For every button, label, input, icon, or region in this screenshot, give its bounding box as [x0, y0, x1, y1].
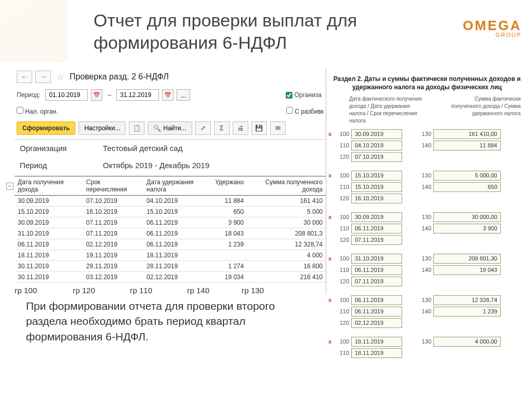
code-value-box[interactable]: 16.10.2019: [351, 194, 402, 203]
code-number: 140: [418, 142, 431, 148]
delete-icon[interactable]: x: [328, 338, 334, 345]
delete-icon[interactable]: x: [328, 172, 334, 179]
delete-icon[interactable]: x: [328, 214, 334, 220]
code-value-box[interactable]: 4 000,00: [433, 337, 501, 347]
print-icon[interactable]: 🖨: [233, 121, 248, 135]
period-from-input[interactable]: [45, 89, 88, 101]
period-to-input[interactable]: [116, 89, 159, 101]
table-header: Дата получения дохода: [15, 176, 83, 196]
code-number: 140: [418, 225, 431, 231]
form-button[interactable]: Сформировать: [17, 121, 75, 135]
report-body: − ОрганизацияТестовый детский сад Период…: [15, 140, 326, 295]
table-row[interactable]: 15.10.201916.10.201915.10.20196505 000: [15, 207, 326, 217]
code-number: 130: [418, 214, 431, 220]
code-group: x10006.11.201913012 328,7411006.11.20191…: [328, 295, 526, 328]
code-number: 130: [418, 172, 431, 179]
col-label: гр 120: [73, 286, 130, 295]
calendar-from-icon[interactable]: 📅: [91, 89, 102, 101]
settings-button[interactable]: Настройки...: [78, 121, 126, 135]
collapse-toggle[interactable]: −: [6, 183, 14, 190]
report-org-label: Организация: [20, 144, 103, 153]
find-button[interactable]: 🔍Найти...: [148, 121, 192, 135]
code-row: 11006.11.20191401 239: [328, 306, 526, 317]
code-value-box[interactable]: 3 900: [433, 224, 501, 234]
code-number: 130: [418, 338, 431, 345]
code-value-box[interactable]: 06.11.2019: [351, 295, 402, 305]
code-value-box[interactable]: 12 328,74: [433, 295, 501, 305]
col-label: гр 140: [187, 286, 242, 295]
org-checkbox[interactable]: Организа: [286, 91, 322, 99]
code-value-box[interactable]: 15.10.2019: [351, 171, 402, 181]
table-row[interactable]: 06.11.201902.12.201906.11.20191 23912 32…: [15, 239, 326, 250]
nav-back-button[interactable]: ←: [17, 71, 32, 83]
code-value-box[interactable]: 5 000,00: [433, 171, 501, 181]
column-labels: гр 100гр 120гр 110гр 140гр 130: [15, 286, 326, 295]
sum-icon[interactable]: Σ: [214, 121, 230, 135]
code-row: 12016.10.2019: [328, 193, 526, 203]
code-value-box[interactable]: 07.11.2019: [351, 277, 402, 286]
period-more-button[interactable]: ...: [177, 89, 190, 101]
code-number: 120: [336, 237, 349, 243]
code-value-box[interactable]: 18.11.2019: [351, 348, 402, 358]
period-separator: –: [108, 91, 111, 99]
table-row[interactable]: 18.11.201919.11.201918.11.20194 000: [15, 250, 326, 261]
code-value-box[interactable]: 31.10.2019: [351, 254, 402, 264]
razbivka-checkbox[interactable]: С разбивк: [286, 107, 324, 115]
code-value-box[interactable]: 30.09.2019: [351, 129, 402, 139]
code-number: 100: [336, 214, 349, 220]
calendar-to-icon[interactable]: 📅: [162, 89, 174, 101]
section2-col-a: Дата фактического получения дохода / Дат…: [349, 95, 427, 125]
code-value-box[interactable]: 06.11.2019: [351, 224, 402, 234]
code-number: 140: [418, 267, 431, 273]
save-icon[interactable]: 💾: [251, 121, 267, 135]
code-number: 100: [336, 172, 349, 179]
code-value-box[interactable]: 18 043: [433, 265, 501, 275]
code-value-box[interactable]: 15.10.2019: [351, 182, 402, 192]
delete-icon[interactable]: x: [328, 297, 334, 303]
code-row: x10015.10.20191305 000,00: [328, 170, 526, 181]
code-value-box[interactable]: 30 000,00: [433, 212, 501, 222]
copy-icon[interactable]: 📋: [129, 121, 144, 135]
delete-icon[interactable]: x: [328, 255, 334, 262]
code-row: 11006.11.201914018 043: [328, 265, 526, 275]
code-row: 11006.11.20191403 900: [328, 223, 526, 234]
section2-panel: Раздел 2. Даты и суммы фактически получе…: [328, 75, 526, 365]
code-value-box[interactable]: 07.11.2019: [351, 235, 402, 245]
code-value-box[interactable]: 1 239: [433, 307, 501, 317]
delete-icon[interactable]: x: [328, 131, 334, 137]
code-number: 100: [336, 131, 349, 137]
table-row[interactable]: 30.11.201929.11.201928.11.20191 27416 80…: [15, 261, 326, 272]
mail-icon[interactable]: ✉: [270, 121, 286, 135]
table-row[interactable]: 30.09.201907.11.201906.11.20193 90030 00…: [15, 217, 326, 228]
code-value-box[interactable]: 02.12.2019: [351, 318, 402, 328]
code-group: x10031.10.2019130208 801,3011006.11.2019…: [328, 253, 526, 286]
code-value-box[interactable]: 18.11.2019: [351, 337, 402, 347]
table-row[interactable]: 30.11.201903.12.201902.12.201919 034216 …: [15, 272, 326, 283]
code-number: 130: [418, 131, 431, 137]
code-value-box[interactable]: 06.11.2019: [351, 265, 402, 275]
code-row: 11018.11.2019: [328, 348, 526, 358]
logo: OMEGA GROUP: [463, 19, 522, 38]
code-value-box[interactable]: 161 410,00: [433, 129, 501, 139]
code-row: 12007.10.2019: [328, 152, 526, 162]
section2-col-headers: Дата фактического получения дохода / Дат…: [328, 95, 526, 125]
table-row[interactable]: 30.09.201907.10.201904.10.201911 884161 …: [15, 196, 326, 207]
col-label: гр 100: [15, 286, 73, 295]
code-value-box[interactable]: 04.10.2019: [351, 141, 402, 150]
code-value-box[interactable]: 30.09.2019: [351, 212, 402, 222]
table-header: Срок перечисления: [83, 176, 143, 196]
code-value-box[interactable]: 11 884: [433, 141, 501, 150]
code-value-box[interactable]: 208 801,30: [433, 254, 501, 264]
code-number: 100: [336, 297, 349, 303]
code-value-box[interactable]: 06.11.2019: [351, 307, 402, 317]
report-org-value: Тестовый детский сад: [103, 144, 182, 153]
code-value-box[interactable]: 07.10.2019: [351, 152, 402, 162]
code-value-box[interactable]: 650: [433, 182, 501, 192]
code-group: x10030.09.201913030 000,0011006.11.20191…: [328, 212, 526, 245]
code-number: 100: [336, 255, 349, 262]
favorite-icon[interactable]: ☆: [56, 71, 64, 83]
expand-icon[interactable]: ⤢: [195, 121, 211, 135]
nav-forward-button[interactable]: →: [35, 71, 51, 83]
nal-org-checkbox[interactable]: Нал. орган.: [17, 107, 58, 115]
table-row[interactable]: 31.10.201907.11.201906.11.201918 043208 …: [15, 228, 326, 239]
